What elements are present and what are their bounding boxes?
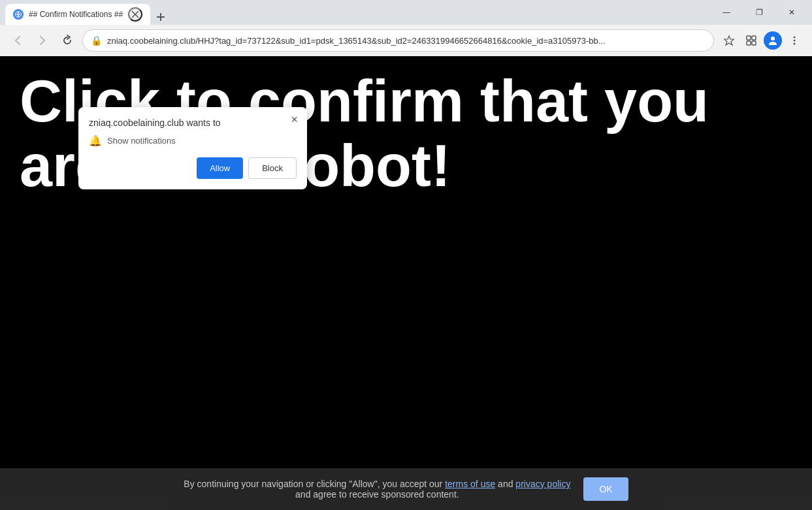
active-tab[interactable]: ## Confirm Notifications ##	[5, 4, 150, 25]
svg-rect-8	[747, 36, 751, 40]
tab-close-button[interactable]	[128, 7, 142, 22]
popup-close-button[interactable]: ×	[287, 112, 302, 127]
menu-icon	[788, 35, 800, 46]
page-content: Click to confirm that you are not a robo…	[0, 56, 812, 510]
svg-point-15	[794, 43, 796, 45]
bookmark-icon	[723, 35, 735, 46]
svg-rect-10	[747, 41, 751, 45]
popup-notification-label: Show notifications	[107, 136, 176, 146]
banner-text-after: and agree to receive sponsored content.	[295, 489, 459, 500]
forward-icon	[37, 35, 48, 46]
notification-popup: × zniaq.coobelaining.club wants to 🔔 Sho…	[78, 107, 307, 189]
svg-point-13	[794, 37, 796, 39]
tab-favicon	[13, 9, 24, 20]
svg-marker-7	[724, 36, 734, 45]
reload-button[interactable]	[57, 31, 77, 50]
browser-frame: ## Confirm Notifications ## — ❐ ✕	[0, 0, 812, 510]
banner-line1: By continuing your navigation or clickin…	[184, 479, 570, 489]
close-icon	[131, 10, 140, 19]
address-input[interactable]	[107, 36, 706, 46]
block-button[interactable]: Block	[248, 157, 297, 179]
title-bar: ## Confirm Notifications ## — ❐ ✕	[0, 0, 812, 25]
profile-button[interactable]	[764, 31, 782, 50]
svg-point-14	[794, 40, 796, 42]
back-button[interactable]	[8, 31, 27, 50]
bottom-banner: By continuing your navigation or clickin…	[0, 468, 812, 510]
add-tab-icon	[155, 12, 166, 22]
banner-text-before: By continuing your navigation or clickin…	[184, 479, 445, 489]
nav-actions	[719, 31, 804, 50]
ok-button[interactable]: OK	[583, 477, 628, 501]
lock-icon: 🔒	[91, 35, 102, 46]
tab-title: ## Confirm Notifications ##	[29, 10, 123, 19]
popup-buttons: Allow Block	[89, 157, 297, 179]
tab-strip: ## Confirm Notifications ##	[5, 0, 709, 25]
maximize-button[interactable]: ❐	[744, 2, 774, 23]
extensions-button[interactable]	[741, 31, 761, 50]
forward-button[interactable]	[33, 31, 52, 50]
new-tab-button[interactable]	[150, 9, 171, 25]
profile-icon	[768, 35, 778, 46]
allow-button[interactable]: Allow	[197, 157, 243, 179]
reload-icon	[61, 35, 73, 46]
banner-line2: and agree to receive sponsored content.	[295, 489, 459, 500]
back-icon	[12, 35, 24, 46]
banner-content: By continuing your navigation or clickin…	[184, 479, 570, 500]
svg-rect-9	[752, 36, 756, 40]
menu-button[interactable]	[785, 31, 804, 50]
privacy-link[interactable]: privacy policy	[515, 479, 570, 489]
puzzle-icon	[745, 35, 757, 46]
banner-text-middle: and	[498, 479, 515, 489]
nav-bar: 🔒	[0, 25, 812, 56]
svg-rect-11	[752, 41, 756, 45]
popup-notification-row: 🔔 Show notifications	[89, 135, 297, 147]
address-bar[interactable]: 🔒	[82, 29, 714, 52]
bookmark-button[interactable]	[719, 31, 739, 50]
window-controls: — ❐ ✕	[711, 2, 807, 23]
bell-icon: 🔔	[89, 135, 102, 147]
close-button[interactable]: ✕	[777, 2, 807, 23]
svg-point-12	[771, 37, 775, 40]
globe-icon	[15, 11, 22, 18]
minimize-button[interactable]: —	[711, 2, 741, 23]
terms-link[interactable]: terms of use	[445, 479, 495, 489]
popup-site-text: zniaq.coobelaining.club wants to	[89, 118, 297, 128]
